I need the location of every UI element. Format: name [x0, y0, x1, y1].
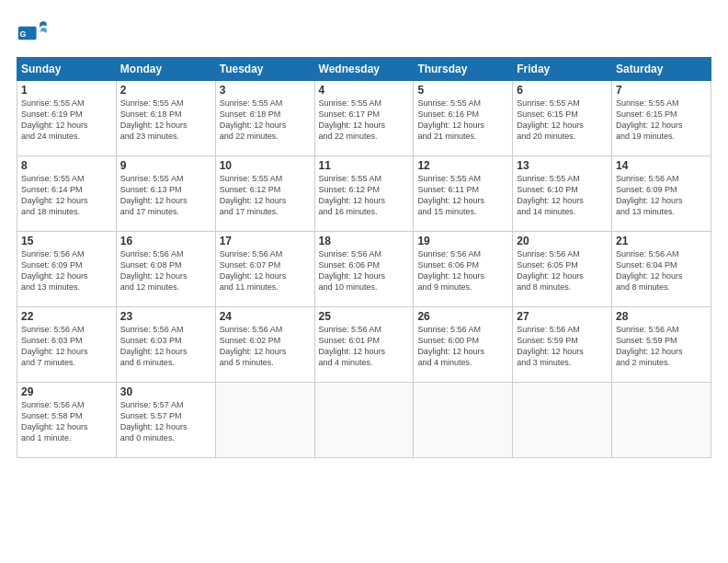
table-row: 10Sunrise: 5:55 AM Sunset: 6:12 PM Dayli…	[215, 156, 314, 232]
day-number: 16	[120, 235, 211, 247]
table-row: 12Sunrise: 5:55 AM Sunset: 6:11 PM Dayli…	[414, 156, 513, 232]
day-number: 10	[220, 159, 311, 172]
logo: G	[17, 17, 53, 50]
table-row: 25Sunrise: 5:56 AM Sunset: 6:01 PM Dayli…	[314, 307, 414, 383]
day-number: 4	[319, 84, 410, 97]
day-number: 30	[120, 385, 211, 398]
day-number: 12	[417, 159, 508, 172]
table-row: 28Sunrise: 5:56 AM Sunset: 5:59 PM Dayli…	[612, 307, 711, 383]
table-row: 23Sunrise: 5:56 AM Sunset: 6:03 PM Dayli…	[116, 307, 215, 383]
table-row: 20Sunrise: 5:56 AM Sunset: 6:05 PM Dayli…	[513, 232, 612, 307]
table-row: 18Sunrise: 5:56 AM Sunset: 6:06 PM Dayli…	[314, 232, 414, 307]
calendar-row-1: 1Sunrise: 5:55 AM Sunset: 6:19 PM Daylig…	[17, 81, 711, 156]
day-info: Sunrise: 5:56 AM Sunset: 6:05 PM Dayligh…	[517, 249, 584, 292]
day-info: Sunrise: 5:55 AM Sunset: 6:12 PM Dayligh…	[220, 174, 287, 216]
table-row: 22Sunrise: 5:56 AM Sunset: 6:03 PM Dayli…	[17, 307, 117, 383]
day-info: Sunrise: 5:55 AM Sunset: 6:18 PM Dayligh…	[120, 98, 188, 141]
col-friday: Friday	[513, 58, 612, 81]
day-info: Sunrise: 5:56 AM Sunset: 6:08 PM Dayligh…	[120, 249, 188, 292]
logo-icon: G	[17, 17, 50, 50]
table-row: 17Sunrise: 5:56 AM Sunset: 6:07 PM Dayli…	[215, 232, 314, 307]
day-number: 19	[417, 235, 508, 247]
day-info: Sunrise: 5:56 AM Sunset: 6:01 PM Dayligh…	[319, 325, 386, 367]
day-info: Sunrise: 5:55 AM Sunset: 6:10 PM Dayligh…	[517, 174, 584, 216]
calendar-table: Sunday Monday Tuesday Wednesday Thursday…	[17, 57, 711, 458]
table-row: 7Sunrise: 5:55 AM Sunset: 6:15 PM Daylig…	[612, 81, 711, 156]
table-row: 15Sunrise: 5:56 AM Sunset: 6:09 PM Dayli…	[17, 232, 117, 307]
day-number: 29	[21, 385, 112, 398]
day-info: Sunrise: 5:55 AM Sunset: 6:11 PM Dayligh…	[417, 174, 484, 216]
calendar-row-4: 22Sunrise: 5:56 AM Sunset: 6:03 PM Dayli…	[17, 307, 711, 383]
day-info: Sunrise: 5:56 AM Sunset: 5:59 PM Dayligh…	[517, 325, 584, 367]
day-info: Sunrise: 5:55 AM Sunset: 6:18 PM Dayligh…	[220, 98, 287, 141]
table-row: 19Sunrise: 5:56 AM Sunset: 6:06 PM Dayli…	[414, 232, 513, 307]
day-number: 22	[21, 310, 112, 323]
day-number: 2	[120, 84, 211, 97]
day-number: 1	[21, 84, 112, 97]
day-number: 14	[616, 159, 707, 172]
day-info: Sunrise: 5:56 AM Sunset: 5:59 PM Dayligh…	[616, 325, 683, 367]
day-info: Sunrise: 5:55 AM Sunset: 6:14 PM Dayligh…	[21, 174, 88, 216]
day-info: Sunrise: 5:56 AM Sunset: 5:58 PM Dayligh…	[21, 400, 88, 442]
day-number: 26	[417, 310, 508, 323]
day-info: Sunrise: 5:55 AM Sunset: 6:16 PM Dayligh…	[417, 98, 484, 141]
day-info: Sunrise: 5:56 AM Sunset: 6:06 PM Dayligh…	[319, 249, 386, 292]
day-info: Sunrise: 5:55 AM Sunset: 6:15 PM Dayligh…	[517, 98, 584, 141]
header: G	[17, 17, 711, 50]
table-row: 5Sunrise: 5:55 AM Sunset: 6:16 PM Daylig…	[414, 81, 513, 156]
day-info: Sunrise: 5:55 AM Sunset: 6:12 PM Dayligh…	[319, 174, 386, 216]
col-tuesday: Tuesday	[215, 58, 314, 81]
day-info: Sunrise: 5:56 AM Sunset: 6:02 PM Dayligh…	[220, 325, 287, 367]
table-row: 13Sunrise: 5:55 AM Sunset: 6:10 PM Dayli…	[513, 156, 612, 232]
calendar-row-5: 29Sunrise: 5:56 AM Sunset: 5:58 PM Dayli…	[17, 383, 711, 458]
table-row: 2Sunrise: 5:55 AM Sunset: 6:18 PM Daylig…	[116, 81, 215, 156]
calendar-row-3: 15Sunrise: 5:56 AM Sunset: 6:09 PM Dayli…	[17, 232, 711, 307]
day-number: 6	[517, 84, 608, 97]
table-row	[314, 383, 414, 458]
table-row	[215, 383, 314, 458]
day-info: Sunrise: 5:56 AM Sunset: 6:04 PM Dayligh…	[616, 249, 683, 292]
day-info: Sunrise: 5:56 AM Sunset: 6:03 PM Dayligh…	[120, 325, 188, 367]
day-number: 3	[220, 84, 311, 97]
day-number: 11	[319, 159, 410, 172]
table-row: 16Sunrise: 5:56 AM Sunset: 6:08 PM Dayli…	[116, 232, 215, 307]
table-row: 6Sunrise: 5:55 AM Sunset: 6:15 PM Daylig…	[513, 81, 612, 156]
calendar-header-row: Sunday Monday Tuesday Wednesday Thursday…	[17, 58, 711, 81]
day-number: 5	[417, 84, 508, 97]
table-row: 9Sunrise: 5:55 AM Sunset: 6:13 PM Daylig…	[116, 156, 215, 232]
day-info: Sunrise: 5:57 AM Sunset: 5:57 PM Dayligh…	[120, 400, 188, 442]
table-row: 21Sunrise: 5:56 AM Sunset: 6:04 PM Dayli…	[612, 232, 711, 307]
day-number: 17	[220, 235, 311, 247]
col-wednesday: Wednesday	[314, 58, 414, 81]
table-row	[414, 383, 513, 458]
table-row	[513, 383, 612, 458]
col-saturday: Saturday	[612, 58, 711, 81]
day-info: Sunrise: 5:56 AM Sunset: 6:06 PM Dayligh…	[417, 249, 484, 292]
day-info: Sunrise: 5:56 AM Sunset: 6:09 PM Dayligh…	[21, 249, 88, 292]
table-row: 1Sunrise: 5:55 AM Sunset: 6:19 PM Daylig…	[17, 81, 117, 156]
table-row: 11Sunrise: 5:55 AM Sunset: 6:12 PM Dayli…	[314, 156, 414, 232]
table-row: 27Sunrise: 5:56 AM Sunset: 5:59 PM Dayli…	[513, 307, 612, 383]
day-info: Sunrise: 5:55 AM Sunset: 6:17 PM Dayligh…	[319, 98, 386, 141]
table-row: 14Sunrise: 5:56 AM Sunset: 6:09 PM Dayli…	[612, 156, 711, 232]
day-number: 8	[21, 159, 112, 172]
day-info: Sunrise: 5:55 AM Sunset: 6:15 PM Dayligh…	[616, 98, 683, 141]
col-sunday: Sunday	[17, 58, 117, 81]
table-row: 26Sunrise: 5:56 AM Sunset: 6:00 PM Dayli…	[414, 307, 513, 383]
day-number: 20	[517, 235, 608, 247]
day-number: 25	[319, 310, 410, 323]
table-row	[612, 383, 711, 458]
day-number: 18	[319, 235, 410, 247]
page: G Sunday Monday Tuesday Wednesday Thursd…	[0, 0, 728, 563]
table-row: 29Sunrise: 5:56 AM Sunset: 5:58 PM Dayli…	[17, 383, 117, 458]
table-row: 24Sunrise: 5:56 AM Sunset: 6:02 PM Dayli…	[215, 307, 314, 383]
day-number: 9	[120, 159, 211, 172]
day-info: Sunrise: 5:56 AM Sunset: 6:09 PM Dayligh…	[616, 174, 683, 216]
day-info: Sunrise: 5:56 AM Sunset: 6:03 PM Dayligh…	[21, 325, 88, 367]
svg-text:G: G	[20, 29, 27, 39]
table-row: 3Sunrise: 5:55 AM Sunset: 6:18 PM Daylig…	[215, 81, 314, 156]
day-number: 15	[21, 235, 112, 247]
table-row: 8Sunrise: 5:55 AM Sunset: 6:14 PM Daylig…	[17, 156, 117, 232]
day-info: Sunrise: 5:55 AM Sunset: 6:13 PM Dayligh…	[120, 174, 188, 216]
day-info: Sunrise: 5:56 AM Sunset: 6:00 PM Dayligh…	[417, 325, 484, 367]
